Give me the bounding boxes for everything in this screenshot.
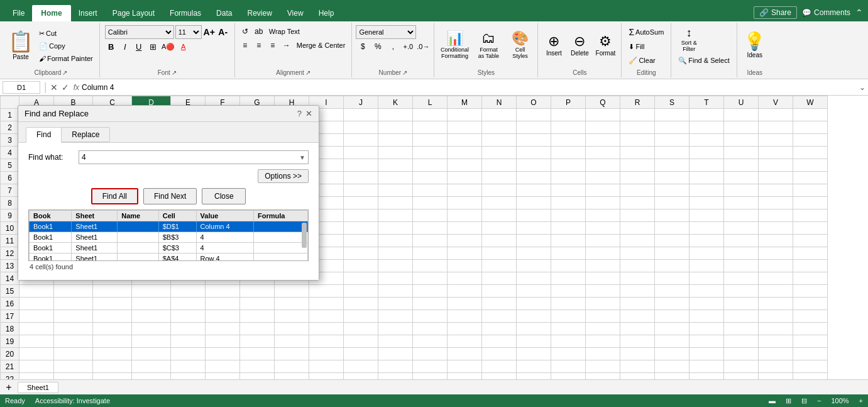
- cell-U19[interactable]: [724, 335, 759, 348]
- cell-U22[interactable]: [724, 373, 759, 380]
- cell-R10[interactable]: [620, 222, 655, 235]
- cell-O4[interactable]: [517, 147, 551, 159]
- cell-L1[interactable]: [413, 109, 448, 121]
- cell-P2[interactable]: [551, 121, 586, 134]
- cell-J1[interactable]: [344, 109, 378, 121]
- cell-T3[interactable]: [689, 134, 724, 147]
- cell-O9[interactable]: [517, 209, 551, 222]
- cell-V16[interactable]: [759, 298, 793, 310]
- cell-J20[interactable]: [344, 348, 378, 360]
- cell-R20[interactable]: [620, 348, 655, 360]
- increase-decimal-button[interactable]: +.0: [401, 40, 415, 53]
- cell-T2[interactable]: [689, 121, 724, 134]
- comments-button[interactable]: 💬 Comments: [802, 8, 850, 17]
- dialog-help-button[interactable]: ?: [297, 109, 302, 118]
- cell-Q12[interactable]: [586, 247, 620, 260]
- find-what-input[interactable]: [79, 153, 297, 162]
- cell-U15[interactable]: [724, 285, 759, 298]
- cell-V20[interactable]: [759, 348, 793, 360]
- row-header-3[interactable]: 3: [1, 134, 19, 147]
- col-header-T[interactable]: T: [689, 96, 724, 109]
- cell-K7[interactable]: [378, 184, 413, 197]
- cell-N13[interactable]: [482, 260, 517, 272]
- row-header-1[interactable]: 1: [1, 109, 19, 121]
- cell-P8[interactable]: [551, 197, 586, 209]
- cell-R22[interactable]: [620, 373, 655, 380]
- cell-T10[interactable]: [689, 222, 724, 235]
- cell-W16[interactable]: [793, 298, 828, 310]
- cell-P6[interactable]: [551, 172, 586, 184]
- cell-J15[interactable]: [344, 285, 378, 298]
- cell-N4[interactable]: [482, 147, 517, 159]
- cell-K1[interactable]: [378, 109, 413, 121]
- cell-T7[interactable]: [689, 184, 724, 197]
- cell-T22[interactable]: [689, 373, 724, 380]
- cell-J8[interactable]: [344, 197, 378, 209]
- cell-N6[interactable]: [482, 172, 517, 184]
- cell-M5[interactable]: [448, 159, 482, 172]
- font-name-select[interactable]: Calibri: [105, 25, 174, 39]
- cell-K17[interactable]: [378, 310, 413, 323]
- cell-J17[interactable]: [344, 310, 378, 323]
- cell-B20[interactable]: [54, 348, 93, 360]
- cell-S5[interactable]: [655, 159, 689, 172]
- cell-P17[interactable]: [551, 310, 586, 323]
- cell-M15[interactable]: [448, 285, 482, 298]
- cell-K4[interactable]: [378, 147, 413, 159]
- cell-R13[interactable]: [620, 260, 655, 272]
- cell-W3[interactable]: [793, 134, 828, 147]
- cell-O19[interactable]: [517, 335, 551, 348]
- cell-S22[interactable]: [655, 373, 689, 380]
- cell-K14[interactable]: [378, 272, 413, 285]
- cell-D17[interactable]: [132, 310, 171, 323]
- find-dropdown-arrow[interactable]: ▼: [297, 154, 308, 161]
- cell-M9[interactable]: [448, 209, 482, 222]
- cell-F17[interactable]: [206, 310, 240, 323]
- col-header-S[interactable]: S: [655, 96, 689, 109]
- cell-U10[interactable]: [724, 222, 759, 235]
- cell-K21[interactable]: [378, 360, 413, 373]
- delete-button[interactable]: ⊖ Delete: [567, 25, 592, 64]
- cell-U4[interactable]: [724, 147, 759, 159]
- cell-H22[interactable]: [275, 373, 309, 380]
- cell-U1[interactable]: [724, 109, 759, 121]
- align-right-button[interactable]: ≡: [266, 39, 279, 52]
- cell-Q21[interactable]: [586, 360, 620, 373]
- result-row-1[interactable]: Book1Sheet1$B$34: [30, 232, 308, 243]
- cell-R7[interactable]: [620, 184, 655, 197]
- copy-button[interactable]: 📄 Copy: [36, 41, 96, 52]
- cell-B19[interactable]: [54, 335, 93, 348]
- cell-M8[interactable]: [448, 197, 482, 209]
- cell-G17[interactable]: [240, 310, 275, 323]
- cell-B16[interactable]: [54, 298, 93, 310]
- decrease-decimal-button[interactable]: .0→: [416, 40, 430, 53]
- cell-L18[interactable]: [413, 323, 448, 335]
- cell-R1[interactable]: [620, 109, 655, 121]
- cell-I17[interactable]: [309, 310, 344, 323]
- cell-K9[interactable]: [378, 209, 413, 222]
- cell-O16[interactable]: [517, 298, 551, 310]
- cell-T18[interactable]: [689, 323, 724, 335]
- border-button[interactable]: ⊞: [146, 40, 160, 53]
- row-header-17[interactable]: 17: [1, 310, 19, 323]
- cell-K11[interactable]: [378, 235, 413, 247]
- fill-color-button[interactable]: A🔴: [162, 40, 175, 53]
- cell-K8[interactable]: [378, 197, 413, 209]
- cell-P13[interactable]: [551, 260, 586, 272]
- cell-K15[interactable]: [378, 285, 413, 298]
- formula-input[interactable]: [82, 83, 857, 92]
- cell-S21[interactable]: [655, 360, 689, 373]
- cell-P11[interactable]: [551, 235, 586, 247]
- cell-J14[interactable]: [344, 272, 378, 285]
- cell-S10[interactable]: [655, 222, 689, 235]
- cell-S19[interactable]: [655, 335, 689, 348]
- cell-M11[interactable]: [448, 235, 482, 247]
- cell-O17[interactable]: [517, 310, 551, 323]
- cell-T12[interactable]: [689, 247, 724, 260]
- format-button[interactable]: ⚙ Format: [593, 25, 617, 64]
- row-header-20[interactable]: 20: [1, 348, 19, 360]
- cell-U13[interactable]: [724, 260, 759, 272]
- cell-U7[interactable]: [724, 184, 759, 197]
- cell-A18[interactable]: [19, 323, 54, 335]
- cell-W18[interactable]: [793, 323, 828, 335]
